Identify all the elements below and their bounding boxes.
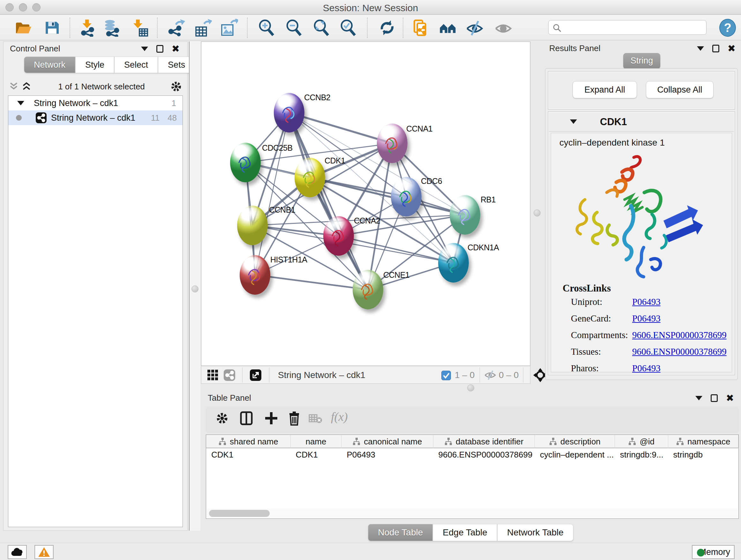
float-panel-icon[interactable] bbox=[141, 47, 148, 51]
open-in-new-window-icon[interactable] bbox=[250, 369, 261, 382]
table-cell[interactable]: P06493 bbox=[341, 448, 433, 462]
node-CDK1[interactable] bbox=[294, 158, 325, 197]
collection-expand-icon[interactable] bbox=[17, 101, 24, 105]
right-splitter-grip[interactable] bbox=[534, 209, 541, 216]
tab-edge-table[interactable]: Edge Table bbox=[433, 524, 497, 541]
column-header-canonical-name[interactable]: canonical name bbox=[341, 435, 433, 448]
crosslink-link[interactable]: P06493 bbox=[632, 297, 661, 307]
node-CCNB2[interactable] bbox=[274, 93, 305, 132]
create-column-plus-icon[interactable] bbox=[264, 411, 279, 427]
zoom-selected-icon[interactable] bbox=[339, 19, 357, 37]
table-cell[interactable]: 9606.ENSP00000378699 bbox=[433, 448, 535, 462]
collapse-all-button[interactable]: Collapse All bbox=[646, 81, 714, 98]
crosslink-link[interactable]: 9606.ENSP00000378699 bbox=[632, 347, 727, 357]
column-type-icon bbox=[352, 437, 360, 446]
birds-eye-view-icon[interactable] bbox=[207, 369, 219, 382]
network-collection-row[interactable]: String Network – cdk1 1 bbox=[8, 96, 183, 111]
collapse-all-tree-icon[interactable] bbox=[8, 81, 21, 92]
crosslink-link[interactable]: 9606.ENSP00000378699 bbox=[632, 330, 727, 340]
column-header-shared-name[interactable]: shared name bbox=[206, 435, 291, 448]
new-network-from-selection-icon[interactable] bbox=[411, 19, 429, 37]
save-session-icon[interactable] bbox=[43, 19, 61, 37]
close-panel-icon[interactable]: ✖ bbox=[172, 45, 180, 53]
maximize-panel-icon[interactable] bbox=[712, 45, 719, 52]
network-canvas[interactable]: CCNB2CCNA1CDC25BCDK1CDC6RB1CCNB1CCNA2CDK… bbox=[201, 42, 530, 366]
tab-style[interactable]: Style bbox=[75, 57, 114, 73]
column-header--id[interactable]: @id bbox=[615, 435, 668, 448]
node-CDKN1A[interactable] bbox=[438, 243, 469, 283]
node-HIST1H1A[interactable] bbox=[240, 255, 270, 295]
search-input[interactable] bbox=[565, 22, 702, 33]
scrollbar-thumb[interactable] bbox=[209, 510, 270, 517]
column-header-description[interactable]: description bbox=[535, 435, 615, 448]
cloud-status-button[interactable] bbox=[8, 545, 27, 559]
warning-status-button[interactable] bbox=[35, 545, 54, 559]
selected-nodes-checkbox[interactable] bbox=[441, 371, 451, 380]
node-RB1[interactable] bbox=[450, 195, 480, 235]
node-CCNA2[interactable] bbox=[323, 216, 354, 256]
open-file-icon[interactable] bbox=[13, 19, 32, 37]
hide-selection-icon[interactable] bbox=[465, 19, 484, 37]
table-row[interactable]: CDK1CDK1P064939606.ENSP00000378699cyclin… bbox=[206, 448, 738, 462]
bottom-splitter-grip[interactable] bbox=[467, 384, 474, 391]
help-button[interactable]: ? bbox=[719, 19, 736, 37]
tab-network-table[interactable]: Network Table bbox=[497, 524, 574, 541]
expand-all-button[interactable]: Expand All bbox=[572, 81, 637, 98]
edge-CCNA2-CDKN1A[interactable] bbox=[339, 236, 454, 263]
import-network-from-database-icon[interactable] bbox=[102, 19, 121, 37]
network-options-gear-icon[interactable] bbox=[170, 80, 183, 93]
refresh-view-icon[interactable] bbox=[378, 19, 396, 37]
protein-header[interactable]: CDK1 bbox=[549, 112, 734, 132]
table-cell[interactable]: CDK1 bbox=[291, 448, 342, 462]
edge-HIST1H1A-CCNE1[interactable] bbox=[255, 275, 368, 290]
export-table-icon[interactable] bbox=[193, 19, 212, 37]
first-neighbors-icon[interactable] bbox=[439, 19, 457, 37]
float-panel-icon[interactable] bbox=[697, 46, 704, 51]
splitter-grip[interactable] bbox=[192, 286, 199, 293]
table-cell[interactable]: stringdb bbox=[668, 448, 738, 462]
horizontal-scrollbar[interactable] bbox=[206, 509, 738, 518]
zoom-out-icon[interactable] bbox=[285, 19, 303, 37]
delete-column-trash-icon[interactable] bbox=[287, 411, 301, 427]
edge-CCNB2-HIST1H1A[interactable] bbox=[255, 113, 289, 275]
column-header-namespace[interactable]: namespace bbox=[668, 435, 739, 448]
node-CCNB1[interactable] bbox=[237, 206, 268, 245]
export-network-icon[interactable] bbox=[166, 19, 185, 37]
collapse-protein-icon[interactable] bbox=[570, 119, 577, 124]
memory-button[interactable]: Memory bbox=[692, 545, 735, 559]
node-CDC6[interactable] bbox=[391, 177, 421, 216]
tab-node-table[interactable]: Node Table bbox=[368, 524, 433, 541]
zoom-fit-icon[interactable] bbox=[312, 19, 331, 37]
network-row-selected[interactable]: String Network – cdk1 11 48 bbox=[8, 111, 183, 125]
string-style-icon[interactable] bbox=[224, 369, 235, 382]
tab-string[interactable]: String bbox=[623, 53, 660, 69]
tab-network[interactable]: Network bbox=[24, 57, 75, 73]
show-all-icon[interactable] bbox=[494, 19, 513, 37]
zoom-in-icon[interactable] bbox=[257, 19, 276, 37]
show-columns-icon[interactable] bbox=[239, 411, 254, 427]
hidden-eye-slash-icon[interactable] bbox=[484, 370, 496, 381]
import-network-from-file-icon[interactable] bbox=[78, 19, 97, 37]
crosslink-link[interactable]: P06493 bbox=[632, 313, 661, 324]
table-cell[interactable]: stringdb:9... bbox=[615, 448, 668, 462]
table-cell[interactable]: cyclin–dependent ... bbox=[535, 448, 615, 462]
expand-all-tree-icon[interactable] bbox=[21, 81, 33, 92]
import-table-from-file-icon[interactable] bbox=[131, 19, 149, 37]
maximize-panel-icon[interactable] bbox=[711, 394, 718, 402]
node-CCNE1[interactable] bbox=[353, 270, 383, 309]
close-panel-icon[interactable]: ✖ bbox=[728, 45, 736, 52]
export-image-icon[interactable] bbox=[219, 19, 238, 37]
node-CCNA1[interactable] bbox=[377, 124, 408, 163]
maximize-panel-icon[interactable] bbox=[156, 45, 163, 53]
network-list: String Network – cdk1 1 String Network –… bbox=[8, 96, 183, 527]
table-cell[interactable]: CDK1 bbox=[206, 448, 291, 462]
crosslink-link[interactable]: P06493 bbox=[632, 363, 661, 374]
tab-select[interactable]: Select bbox=[114, 57, 158, 73]
left-panel-splitter[interactable] bbox=[189, 42, 200, 531]
float-panel-icon[interactable] bbox=[695, 396, 702, 400]
column-header-database-identifier[interactable]: database identifier bbox=[433, 435, 535, 448]
close-panel-icon[interactable]: ✖ bbox=[726, 394, 734, 402]
column-header-name[interactable]: name bbox=[291, 435, 342, 448]
table-settings-gear-icon[interactable] bbox=[215, 411, 229, 427]
node-CDC25B[interactable] bbox=[230, 143, 261, 182]
